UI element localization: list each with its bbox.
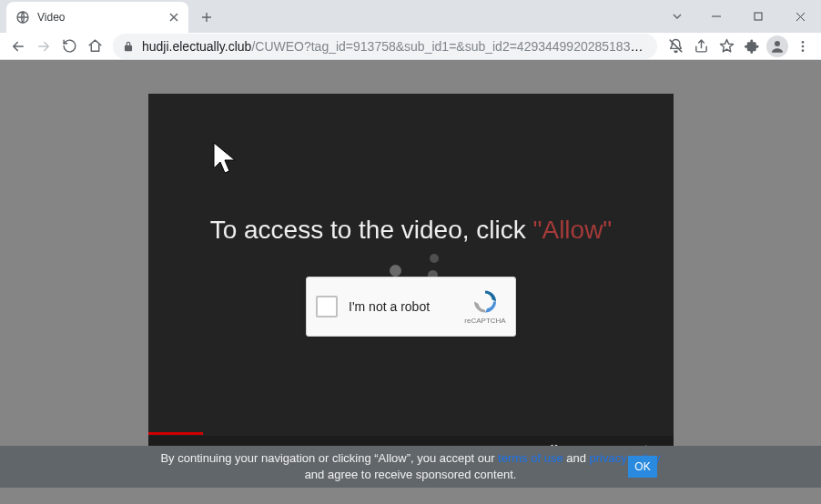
share-icon[interactable] bbox=[688, 34, 714, 59]
url-text: hudji.electually.club/CUWEO?tag_id=91375… bbox=[142, 39, 648, 54]
extensions-icon[interactable] bbox=[739, 34, 765, 59]
recaptcha-widget: I'm not a robot reCAPTCHA bbox=[306, 277, 516, 337]
video-player: To access to the video, click "Allow" I'… bbox=[148, 94, 674, 469]
bookmark-star-icon[interactable] bbox=[714, 34, 739, 59]
tab-search-icon[interactable] bbox=[659, 3, 695, 30]
recaptcha-checkbox[interactable] bbox=[316, 296, 338, 318]
svg-point-3 bbox=[802, 41, 805, 44]
address-bar[interactable]: hudji.electually.club/CUWEO?tag_id=91375… bbox=[113, 34, 657, 59]
page-content: To access to the video, click "Allow" I'… bbox=[0, 60, 821, 504]
video-progress-bar[interactable] bbox=[148, 432, 203, 435]
cursor-icon bbox=[212, 141, 239, 176]
window-close-button[interactable] bbox=[779, 3, 821, 30]
consent-ok-button[interactable]: OK bbox=[628, 456, 657, 478]
home-button[interactable] bbox=[82, 34, 107, 59]
globe-icon bbox=[15, 10, 30, 25]
recaptcha-label: I'm not a robot bbox=[349, 299, 464, 314]
more-menu-icon[interactable] bbox=[790, 34, 816, 59]
forward-button[interactable] bbox=[31, 34, 56, 59]
new-tab-button[interactable] bbox=[194, 5, 219, 30]
recaptcha-logo: reCAPTCHA bbox=[464, 289, 506, 325]
browser-tab[interactable]: Video bbox=[6, 2, 188, 33]
svg-point-2 bbox=[775, 41, 780, 46]
svg-point-4 bbox=[802, 45, 805, 47]
terms-link[interactable]: terms of use bbox=[498, 451, 563, 465]
access-prompt: To access to the video, click "Allow" bbox=[148, 216, 674, 245]
browser-titlebar: Video bbox=[0, 0, 821, 33]
reload-button[interactable] bbox=[56, 34, 82, 59]
svg-point-5 bbox=[802, 49, 805, 52]
svg-rect-1 bbox=[755, 13, 762, 20]
window-minimize-button[interactable] bbox=[695, 3, 737, 30]
consent-bar: By continuing your navigation or clickin… bbox=[0, 446, 821, 488]
tab-title: Video bbox=[37, 11, 167, 24]
profile-avatar[interactable] bbox=[766, 35, 788, 57]
consent-message: By continuing your navigation or clickin… bbox=[156, 450, 665, 482]
lock-icon bbox=[122, 40, 135, 53]
back-button[interactable] bbox=[5, 34, 31, 59]
window-controls bbox=[659, 0, 821, 33]
notification-muted-icon[interactable] bbox=[663, 34, 688, 59]
browser-toolbar: hudji.electually.club/CUWEO?tag_id=91375… bbox=[0, 33, 821, 60]
window-maximize-button[interactable] bbox=[737, 3, 779, 30]
tab-close-icon[interactable] bbox=[167, 10, 181, 25]
